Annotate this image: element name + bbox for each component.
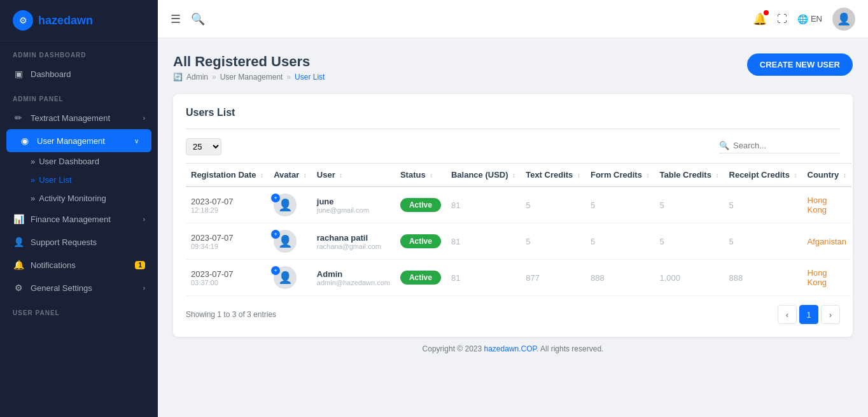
- topnav-right: 🔔 ⛶ EN 👤: [753, 8, 855, 31]
- sidebar-item-support[interactable]: 👤 Support Requests: [0, 230, 158, 253]
- sidebar-item-label: Textract Management: [31, 113, 137, 123]
- sidebar-item-label: Notifications: [31, 260, 129, 270]
- sidebar-item-label: User Management: [37, 136, 128, 146]
- sub-item-label: User Dashboard: [39, 157, 99, 166]
- users-list-card: Users List 25 50 100 🔍: [173, 94, 853, 337]
- sidebar-logo: ⚙ hazedawn: [0, 0, 158, 41]
- chevron-down-icon: ∨: [134, 138, 139, 145]
- create-new-user-button[interactable]: CREATE NEW USER: [747, 53, 853, 76]
- sidebar-item-label: General Settings: [31, 283, 137, 293]
- breadcrumb-user-management[interactable]: User Management: [220, 73, 283, 81]
- search-wrap: 🔍: [719, 141, 840, 153]
- footer-rights: . All rights reserved.: [536, 344, 603, 353]
- logo-icon: ⚙: [13, 10, 33, 31]
- admin-panel-label: ADMIN PANEL: [0, 85, 158, 106]
- sidebar-item-user-management[interactable]: ◉ User Management ∨: [6, 129, 151, 152]
- sort-icon: ↕: [794, 172, 797, 179]
- notification-dot: [764, 10, 769, 15]
- sidebar-item-label: Finance Management: [31, 215, 137, 224]
- per-page-select: 25 50 100: [186, 138, 221, 155]
- sidebar-item-finance[interactable]: 📊 Finance Management ›: [0, 208, 158, 230]
- cell-receipt-credits: 5: [724, 223, 802, 260]
- col-text-credits: Text Credits ↕: [521, 164, 585, 187]
- card-title: Users List: [186, 107, 840, 118]
- cell-status: Active: [395, 187, 446, 223]
- hamburger-icon[interactable]: ☰: [171, 12, 181, 26]
- sidebar-sub-item-activity-monitoring[interactable]: » Activity Monitoring: [0, 189, 158, 208]
- breadcrumb-user-list[interactable]: User List: [295, 73, 325, 81]
- notifications-icon: 🔔: [13, 260, 24, 270]
- sort-icon: ↕: [647, 172, 650, 179]
- cell-table-credits: 1,000: [655, 260, 724, 296]
- table-row[interactable]: 2023-07-07 12:18:29 👤 + june june@gmail.…: [186, 187, 851, 223]
- sidebar-item-notifications[interactable]: 🔔 Notifications 1: [0, 253, 158, 276]
- cell-table-credits: 5: [655, 223, 724, 260]
- cell-text-credits: 5: [521, 187, 585, 223]
- per-page-dropdown[interactable]: 25 50 100: [186, 138, 221, 155]
- search-input[interactable]: [733, 141, 840, 150]
- search-icon: 🔍: [719, 141, 729, 150]
- sort-icon: ↕: [430, 172, 433, 179]
- sidebar-item-label: Support Requests: [31, 237, 145, 247]
- col-reg-date: Registation Date ↕: [186, 164, 269, 187]
- footer: Copyright © 2023 hazedawn.COP. All right…: [173, 337, 853, 361]
- sub-item-label: User List: [39, 175, 71, 185]
- pagination-page-1[interactable]: 1: [799, 305, 818, 324]
- cell-user: rachana patil rachana@gmail.com: [312, 223, 395, 260]
- footer-brand-link[interactable]: hazedawn.COP: [484, 344, 537, 353]
- chevron-right-icon: ›: [143, 115, 145, 122]
- fullscreen-icon[interactable]: ⛶: [777, 13, 787, 25]
- page-title-section: All Registered Users 🔄 Admin » User Mana…: [173, 53, 325, 81]
- textract-icon: ✏: [13, 113, 24, 123]
- cell-balance: 81: [446, 223, 521, 260]
- col-avatar: Avatar ↕: [269, 164, 312, 187]
- search-icon[interactable]: 🔍: [191, 12, 205, 26]
- sidebar-sub-item-user-list[interactable]: » User List: [0, 171, 158, 189]
- breadcrumb-icon: 🔄: [173, 73, 183, 81]
- cell-reg-date: 2023-07-07 03:37:00: [186, 260, 269, 296]
- users-table: Registation Date ↕ Avatar ↕ User ↕ Sta: [186, 163, 851, 296]
- col-receipt-credits: Receipt Credits ↕: [724, 164, 802, 187]
- language-selector[interactable]: EN: [797, 14, 822, 24]
- table-row[interactable]: 2023-07-07 03:37:00 👤 + Admin admin@haze…: [186, 260, 851, 296]
- col-country: Country ↕: [802, 164, 851, 187]
- col-status: Status ↕: [395, 164, 446, 187]
- cell-country: Afganistan: [802, 223, 851, 260]
- cell-avatar: 👤 +: [269, 187, 312, 223]
- breadcrumb-sep1: »: [212, 73, 216, 81]
- sort-icon: ↕: [577, 172, 580, 179]
- status-badge: Active: [400, 234, 441, 248]
- user-panel-label: USER PANEL: [0, 299, 158, 320]
- chevron-right-icon: ›: [143, 216, 145, 223]
- pagination-prev[interactable]: ‹: [778, 305, 797, 324]
- chevron-right-icon: ›: [143, 285, 145, 292]
- content-area: All Registered Users 🔄 Admin » User Mana…: [158, 38, 868, 417]
- table-row[interactable]: 2023-07-07 09:34:19 👤 + rachana patil ra…: [186, 223, 851, 260]
- pagination-next[interactable]: ›: [821, 305, 840, 324]
- support-icon: 👤: [13, 237, 24, 247]
- cell-text-credits: 877: [521, 260, 585, 296]
- sidebar: ⚙ hazedawn ADMIN DASHBOARD ▣ Dashboard A…: [0, 0, 158, 417]
- main-wrapper: ☰ 🔍 🔔 ⛶ EN 👤 All Registered Users 🔄 Admi…: [158, 0, 868, 417]
- sidebar-item-settings[interactable]: ⚙ General Settings ›: [0, 276, 158, 299]
- cell-user: june june@gmail.com: [312, 187, 395, 223]
- col-user: User ↕: [312, 164, 395, 187]
- breadcrumb-sep2: »: [286, 73, 291, 81]
- sidebar-item-dashboard[interactable]: ▣ Dashboard: [0, 62, 158, 85]
- cell-reg-date: 2023-07-07 12:18:29: [186, 187, 269, 223]
- dashboard-icon: ▣: [13, 69, 24, 79]
- notification-badge: 1: [135, 261, 145, 269]
- cell-status: Active: [395, 260, 446, 296]
- page-title: All Registered Users: [173, 53, 325, 70]
- globe-icon: [797, 14, 808, 24]
- breadcrumb: 🔄 Admin » User Management » User List: [173, 73, 325, 81]
- cell-reg-date: 2023-07-07 09:34:19: [186, 223, 269, 260]
- cell-receipt-credits: 5: [724, 187, 802, 223]
- breadcrumb-admin[interactable]: Admin: [186, 73, 208, 81]
- notification-bell[interactable]: 🔔: [753, 12, 767, 26]
- sidebar-sub-item-user-dashboard[interactable]: » User Dashboard: [0, 152, 158, 171]
- user-avatar[interactable]: 👤: [832, 8, 855, 31]
- sidebar-item-textract[interactable]: ✏ Textract Management ›: [0, 106, 158, 129]
- sort-icon: ↕: [512, 172, 515, 179]
- cell-balance: 81: [446, 260, 521, 296]
